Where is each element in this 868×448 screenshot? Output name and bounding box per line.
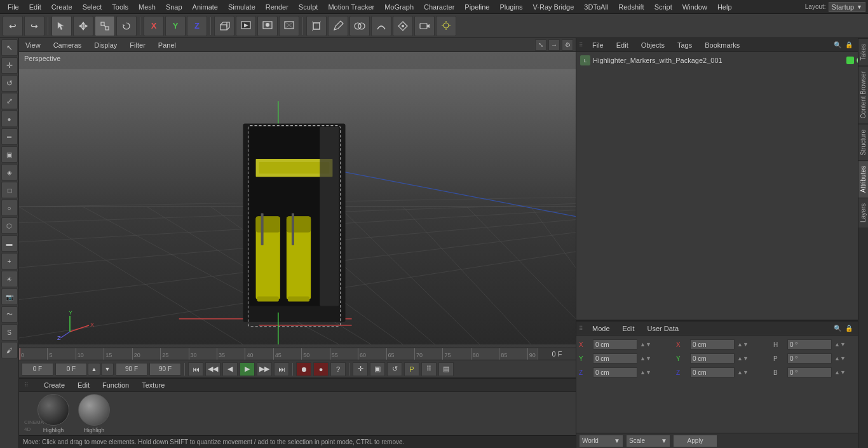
sidebar-camera-tool[interactable]: 📷 (1, 288, 18, 305)
end-frame-1-input[interactable] (116, 363, 147, 376)
select-key-button[interactable]: ▣ (370, 362, 385, 376)
sidebar-cube-tool[interactable]: ◻ (1, 182, 18, 198)
sidebar-null-tool[interactable]: + (1, 253, 18, 269)
motion-clip-button[interactable]: P (404, 362, 419, 376)
menu-pipeline[interactable]: Pipeline (459, 2, 494, 12)
viewport-settings-icon[interactable]: ⚙ (562, 39, 573, 51)
move-tool-button[interactable] (73, 16, 93, 36)
material-tag-button[interactable] (393, 16, 413, 36)
goto-start-button[interactable]: ⏮ (188, 362, 203, 376)
sidebar-scale-tool[interactable]: ⤢ (1, 93, 18, 109)
menu-edit[interactable]: Edit (24, 2, 46, 12)
obj-mgr-search-icon[interactable]: 🔍 (832, 40, 843, 50)
menu-vray[interactable]: V-Ray Bridge (528, 2, 580, 12)
viewport-display-menu[interactable]: Display (90, 40, 121, 50)
redo-button[interactable]: ↪ (24, 16, 44, 36)
world-dropdown[interactable]: World ▼ (579, 435, 623, 447)
sidebar-light-tool[interactable]: ☀ (1, 271, 18, 287)
menu-select[interactable]: Select (78, 2, 107, 12)
attr-z-rot-field[interactable]: 0 cm (690, 367, 735, 377)
menu-help[interactable]: Help (712, 2, 737, 12)
material-create-menu[interactable]: Create (41, 380, 67, 390)
tab-layers[interactable]: Layers (858, 198, 868, 227)
menu-tools[interactable]: Tools (107, 2, 133, 12)
boole-button[interactable] (349, 16, 370, 36)
attr-search-icon[interactable]: 🔍 (832, 323, 843, 334)
timeline-button[interactable]: ⠿ (421, 362, 437, 376)
object-item-0[interactable]: L Highlighter_Markers_with_Package2_001 … (578, 53, 867, 67)
prev-frame-button[interactable]: ◀◀ (205, 362, 220, 376)
attr-x-rot-field[interactable]: 0 cm (690, 339, 735, 350)
prev-keyframe-button[interactable]: ◀ (222, 362, 238, 376)
timeline[interactable]: 051015202530354045505560657075808590 0 F (19, 348, 576, 360)
material-item-0[interactable]: Highligh (34, 394, 72, 433)
record-button[interactable]: ⏺ (296, 362, 311, 376)
viewport[interactable]: View Cameras Display Filter Panel ⤡ → ⚙ (19, 38, 576, 348)
view-cube-button[interactable] (306, 16, 327, 36)
pen-button[interactable] (328, 16, 348, 36)
goto-end-button[interactable]: ⏭ (274, 362, 289, 376)
sidebar-object-mode[interactable]: ◈ (1, 164, 18, 180)
axis-z-button[interactable]: Z (187, 16, 207, 36)
light-button[interactable] (436, 16, 456, 36)
cube-button[interactable] (214, 16, 234, 36)
attr-mode-menu[interactable]: Mode (588, 323, 614, 334)
viewport-view-menu[interactable]: View (22, 40, 44, 50)
scale-dropdown[interactable]: Scale ▼ (626, 435, 670, 447)
sidebar-cylinder-tool[interactable]: ⬡ (1, 217, 18, 234)
sidebar-point-mode[interactable]: ● (1, 111, 18, 127)
axis-x-button[interactable]: X (144, 16, 164, 36)
attr-user-data-menu[interactable]: User Data (644, 323, 683, 334)
end-frame-2-input[interactable] (149, 363, 181, 376)
obj-mgr-lock-icon[interactable]: 🔒 (844, 40, 854, 50)
menu-redshift[interactable]: Redshift (613, 2, 649, 12)
viewport-filter-menu[interactable]: Filter (126, 40, 149, 50)
next-frame-button[interactable]: ▶▶ (257, 362, 272, 376)
material-edit-menu[interactable]: Edit (75, 380, 92, 390)
material-texture-menu[interactable]: Texture (139, 380, 167, 390)
play-button[interactable]: ▶ (240, 362, 255, 376)
menu-motion-tracker[interactable]: Motion Tracker (323, 2, 379, 12)
apply-button[interactable]: Apply (673, 435, 717, 447)
menu-animate[interactable]: Animate (187, 2, 223, 12)
axis-y-button[interactable]: Y (165, 16, 186, 36)
menu-3dtoall[interactable]: 3DToAll (579, 2, 613, 12)
menu-mograph[interactable]: MoGraph (379, 2, 419, 12)
menu-snap[interactable]: Snap (161, 2, 187, 12)
frame-down-button[interactable]: ▼ (101, 363, 114, 376)
menu-file[interactable]: File (3, 2, 24, 12)
sidebar-move-tool[interactable]: ✛ (1, 57, 18, 74)
viewport-maximize-icon[interactable]: ⤡ (535, 39, 546, 51)
render-active-view-button[interactable] (257, 16, 278, 36)
obj-mgr-bookmarks-menu[interactable]: Bookmarks (701, 40, 743, 50)
obj-mgr-file-menu[interactable]: File (588, 40, 607, 50)
sidebar-sphere-tool[interactable]: ○ (1, 200, 18, 216)
menu-script[interactable]: Script (649, 2, 677, 12)
record-active-button[interactable]: ● (313, 362, 329, 376)
render-button[interactable] (279, 16, 299, 36)
sidebar-rotate-tool[interactable]: ↺ (1, 75, 18, 92)
menu-character[interactable]: Character (419, 2, 459, 12)
frame-up-button[interactable]: ▲ (88, 363, 100, 376)
layout-dropdown[interactable]: Startup ▼ (829, 2, 865, 12)
attr-z-pos-field[interactable]: 0 cm (593, 367, 637, 377)
tab-content-browser[interactable]: Content Browser (858, 65, 868, 123)
sidebar-edge-mode[interactable]: ═ (1, 128, 18, 145)
attr-y-pos-field[interactable]: 0 cm (593, 353, 637, 363)
material-content[interactable]: Highligh Highligh (32, 392, 116, 435)
viewport-panel-menu[interactable]: Panel (154, 40, 180, 50)
attr-p-field[interactable]: 0 ° (787, 353, 832, 363)
sidebar-polygon-mode[interactable]: ▣ (1, 146, 18, 163)
start-frame-input[interactable] (22, 363, 53, 376)
attr-h-field[interactable]: 0 ° (787, 339, 832, 350)
viewport-cameras-menu[interactable]: Cameras (50, 40, 86, 50)
attr-b-field[interactable]: 0 ° (787, 367, 832, 377)
sidebar-spline-tool[interactable]: 〜 (1, 306, 18, 323)
current-frame-input[interactable] (55, 363, 87, 376)
move-key-button[interactable]: ✛ (353, 362, 368, 376)
menu-sculpt[interactable]: Sculpt (294, 2, 323, 12)
rotate-tool-button[interactable] (116, 16, 137, 36)
obj-mgr-edit-menu[interactable]: Edit (613, 40, 632, 50)
auto-key-button[interactable]: ↺ (387, 362, 402, 376)
sidebar-arrow-tool[interactable]: ↖ (1, 39, 18, 56)
